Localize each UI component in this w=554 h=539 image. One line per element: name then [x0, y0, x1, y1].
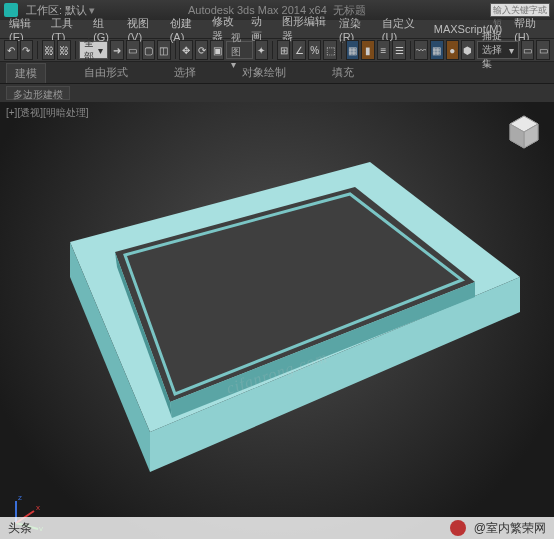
redo-button[interactable]: ↷: [20, 40, 34, 60]
footer-overlay: 头条 @室内繁荣网: [0, 517, 554, 539]
menu-create[interactable]: 创建(A): [165, 16, 205, 43]
schematic-button[interactable]: ▦: [430, 40, 444, 60]
separator: [175, 41, 176, 59]
select-button[interactable]: ➜: [110, 40, 124, 60]
material-button[interactable]: ●: [446, 40, 460, 60]
chevron-down-icon: ▾: [98, 45, 103, 56]
ribbon-tab-populate[interactable]: 填充: [324, 63, 362, 82]
footer-right: @室内繁荣网: [474, 520, 546, 537]
separator: [341, 41, 342, 59]
select-name-button[interactable]: ▭: [126, 40, 140, 60]
snap-toggle-button[interactable]: ⊞: [277, 40, 291, 60]
separator: [410, 41, 411, 59]
named-selection-dropdown[interactable]: 捕捉选择集 ▾: [477, 41, 519, 59]
curve-editor-button[interactable]: 〰: [414, 40, 428, 60]
menu-help[interactable]: 帮助(H): [509, 16, 550, 43]
separator: [75, 41, 76, 59]
ribbon-tab-paint[interactable]: 对象绘制: [234, 63, 294, 82]
ribbon-tab-selection[interactable]: 选择: [166, 63, 204, 82]
ribbon: 建模 自由形式 选择 对象绘制 填充: [0, 62, 554, 84]
menu-view[interactable]: 视图(V): [122, 16, 162, 43]
unlink-button[interactable]: ⛓: [57, 40, 71, 60]
selection-filter-dropdown[interactable]: 全部▾: [79, 41, 108, 59]
render-setup-button[interactable]: ⬢: [461, 40, 475, 60]
frame-object[interactable]: [0, 102, 554, 539]
spinner-snap-button[interactable]: ⬚: [323, 40, 337, 60]
main-toolbar: ↶ ↷ ⛓ ⛓ 全部▾ ➜ ▭ ▢ ◫ ✥ ⟳ ▣ 视图 ▾ ✦ ⊞ ∠ % ⬚…: [0, 38, 554, 62]
svg-text:x: x: [36, 503, 40, 512]
pivot-button[interactable]: ✦: [255, 40, 269, 60]
menu-tools[interactable]: 工具(T): [46, 16, 86, 43]
menu-custom[interactable]: 自定义(U): [377, 16, 427, 43]
misc-button[interactable]: ▭: [521, 40, 535, 60]
angle-snap-button[interactable]: ∠: [292, 40, 306, 60]
separator: [272, 41, 273, 59]
svg-text:z: z: [18, 493, 22, 502]
rotate-button[interactable]: ⟳: [195, 40, 209, 60]
viewport-perspective[interactable]: [+][透视][明暗处理] cifanrong.com z x y 头条: [0, 102, 554, 539]
menu-render[interactable]: 渲染(R): [334, 16, 375, 43]
window-crossing-button[interactable]: ◫: [157, 40, 171, 60]
move-button[interactable]: ✥: [179, 40, 193, 60]
mirror-button[interactable]: ▮: [361, 40, 375, 60]
separator: [37, 41, 38, 59]
align-button[interactable]: ≡: [377, 40, 391, 60]
avatar-icon: [450, 520, 466, 536]
misc2-button[interactable]: ▭: [536, 40, 550, 60]
scale-button[interactable]: ▣: [210, 40, 224, 60]
select-region-button[interactable]: ▢: [142, 40, 156, 60]
undo-button[interactable]: ↶: [4, 40, 18, 60]
link-button[interactable]: ⛓: [42, 40, 56, 60]
ribbon-tab-freeform[interactable]: 自由形式: [76, 63, 136, 82]
layers-button[interactable]: ☰: [392, 40, 406, 60]
ribbon-tab-modeling[interactable]: 建模: [6, 63, 46, 83]
footer-left: 头条: [8, 520, 32, 537]
percent-snap-button[interactable]: %: [308, 40, 322, 60]
ref-coord-dropdown[interactable]: 视图 ▾: [226, 41, 253, 59]
menu-edit[interactable]: 编辑(E): [4, 16, 44, 43]
subribbon: 多边形建模: [0, 84, 554, 102]
named-sets-button[interactable]: ▦: [346, 40, 360, 60]
panel-polymodeling[interactable]: 多边形建模: [6, 86, 70, 100]
menubar: 编辑(E) 工具(T) 组(G) 视图(V) 创建(A) 修改器 动画 图形编辑…: [0, 20, 554, 38]
